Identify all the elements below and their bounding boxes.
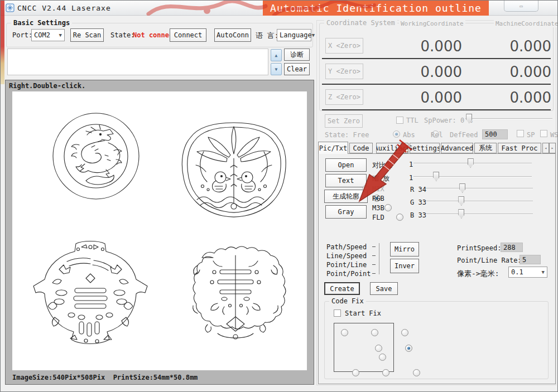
point-point-item[interactable]: Point/Point: [326, 270, 371, 278]
z-zero-button[interactable]: Z <Zero>: [325, 89, 363, 105]
origin-mid-left-radio[interactable]: [375, 345, 382, 352]
sp-label: SP: [527, 131, 535, 139]
fld-label: FLD: [372, 214, 384, 221]
gray-label: Gray: [338, 208, 354, 216]
sp-checkbox[interactable]: [517, 130, 524, 137]
x-zero-button[interactable]: X <Zero>: [325, 38, 363, 54]
state-label: State:: [110, 31, 134, 39]
tab-settings[interactable]: Settings: [410, 143, 440, 153]
contrast-slider[interactable]: [413, 158, 532, 168]
ttl-checkbox[interactable]: [396, 117, 403, 124]
port-label: Port:: [12, 31, 32, 39]
path-speed-item[interactable]: Path/Speed: [326, 243, 367, 251]
clear-button[interactable]: Clear: [284, 63, 310, 75]
tab-scroll-left[interactable]: ◂: [542, 143, 549, 153]
mix-label: MIX: [372, 185, 384, 193]
tick: [372, 255, 376, 256]
origin-bottom-center-radio[interactable]: [382, 369, 389, 376]
tab-system[interactable]: 系统: [474, 143, 497, 153]
origin-bottom-right-radio[interactable]: [413, 369, 420, 376]
sppower-slider[interactable]: [465, 114, 552, 124]
design-lotus-and-ducks: [177, 118, 291, 225]
origin-center-radio[interactable]: [405, 345, 412, 352]
r-slider[interactable]: [426, 183, 533, 193]
g-slider[interactable]: [426, 196, 533, 206]
open-button[interactable]: Open: [325, 158, 367, 172]
contrast-label: 对比度: [372, 161, 392, 170]
autoconn-button[interactable]: AutoConn: [214, 28, 251, 42]
y-zero-button[interactable]: Y <Zero>: [325, 64, 363, 79]
start-fix-checkbox[interactable]: [334, 309, 341, 317]
canvas-panel: Right.Double-click.: [5, 80, 314, 385]
save-button[interactable]: Save: [370, 282, 398, 295]
tab-label: 系统: [479, 143, 492, 153]
mix-radio[interactable]: [362, 185, 369, 192]
text-button[interactable]: Text: [325, 174, 367, 187]
open-label: Open: [338, 161, 354, 169]
printspeed-input[interactable]: 288: [501, 243, 523, 252]
abs-radio[interactable]: [393, 130, 400, 138]
tab-label: Pic/Txt: [319, 144, 348, 152]
diagnose-label: 诊断: [290, 50, 304, 60]
point-line-item[interactable]: Point/Line: [326, 261, 367, 269]
origin-top-right-radio[interactable]: [401, 329, 408, 336]
origin-mid-right-radio[interactable]: [379, 354, 386, 361]
fld-radio[interactable]: [396, 214, 403, 221]
z-zero-label: Z <Zero>: [328, 93, 360, 101]
origin-top-left-radio[interactable]: [341, 329, 348, 336]
save-label: Save: [376, 285, 392, 293]
separator: [322, 84, 551, 85]
deffeed-input[interactable]: 500: [482, 129, 508, 139]
gray-button[interactable]: Gray: [325, 205, 367, 219]
tick: [372, 246, 376, 247]
rescan-button[interactable]: Re Scan: [70, 28, 104, 42]
ws-checkbox[interactable]: [540, 130, 547, 137]
tab-advanced[interactable]: Advanced: [441, 143, 473, 153]
mirro-button[interactable]: Mirro: [390, 242, 419, 257]
tab-pic-txt[interactable]: Pic/Txt: [318, 142, 348, 154]
console-textarea[interactable]: [7, 49, 268, 75]
design-openwork-basket: [28, 239, 153, 351]
set-zero-button[interactable]: Set Zero: [325, 114, 363, 128]
tab-scroll-right[interactable]: ▸: [549, 143, 556, 153]
b-slider[interactable]: [426, 209, 533, 219]
separator: [322, 109, 551, 110]
code-fix-label: Code Fix: [329, 297, 366, 305]
maximize-button[interactable]: ▭: [504, 1, 538, 12]
app-icon: [6, 3, 15, 12]
rgb-label: RGB: [372, 195, 384, 202]
tab-auxiliary[interactable]: Auxiliary: [376, 143, 408, 153]
port-select[interactable]: COM2 ▼: [31, 29, 65, 41]
origin-bottom-left-radio[interactable]: [352, 369, 359, 376]
tab-fast-proc[interactable]: Fast Proc: [498, 143, 541, 153]
diagnose-button[interactable]: 诊断: [284, 49, 310, 61]
ws-label: WS: [550, 131, 558, 139]
generate-outline-button[interactable]: 生成轮廓: [324, 190, 368, 203]
line-speed-item[interactable]: Line/Speed: [326, 252, 367, 260]
pointline-input[interactable]: 5: [519, 255, 541, 264]
drawing-canvas[interactable]: [12, 91, 307, 370]
tab-code[interactable]: Code: [349, 143, 373, 153]
m3b-radio[interactable]: [384, 204, 392, 211]
design-double-dragon-motif: [179, 241, 293, 348]
language-select[interactable]: Language ▼: [277, 29, 311, 41]
inver-button[interactable]: Inver: [390, 259, 419, 273]
origin-top-center-radio[interactable]: [371, 329, 378, 336]
pixelmm-select[interactable]: 0.1 ▼: [508, 267, 547, 278]
scale-value: 1: [409, 174, 413, 182]
canvas-hint: Right.Double-click.: [9, 82, 85, 90]
z-machine-value: 0.000: [476, 89, 551, 106]
text-label: Text: [338, 177, 354, 185]
pixelmm-value: 0.1: [511, 268, 523, 276]
inver-label: Inver: [395, 262, 415, 270]
scale-slider[interactable]: [413, 172, 532, 182]
rescan-label: Re Scan: [73, 31, 102, 39]
pic-txt-panel: Open Text 生成轮廓 Gray 对比度 缩 放 1 1 MIX RGB …: [318, 153, 556, 384]
create-button[interactable]: Create: [324, 282, 360, 295]
connect-button[interactable]: Connect: [170, 28, 206, 42]
scale-label: 缩 放: [372, 174, 389, 183]
scroll-up-button[interactable]: ▲: [271, 49, 282, 61]
machine-coordinate-label: MachineCoordinate: [494, 20, 558, 27]
g-slider-label: G 33: [410, 199, 426, 206]
scroll-down-button[interactable]: ▼: [271, 63, 282, 75]
